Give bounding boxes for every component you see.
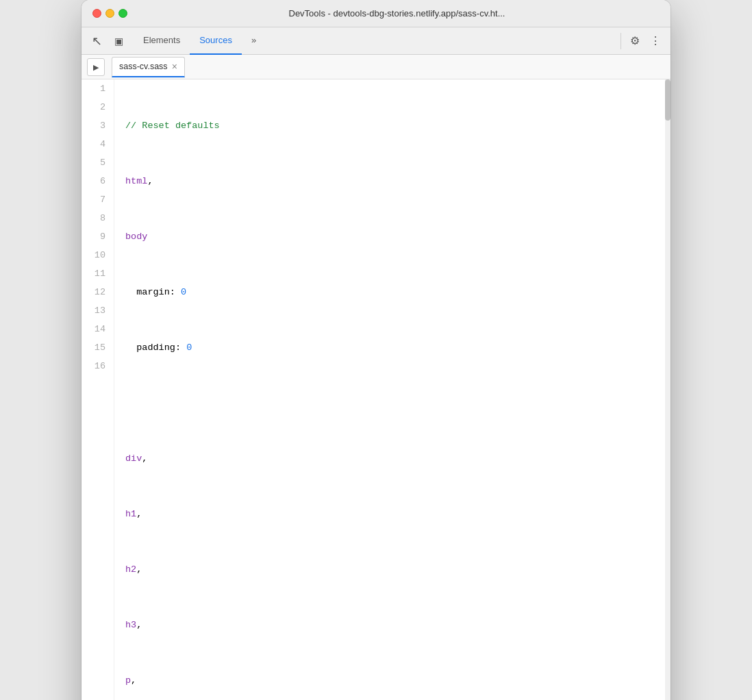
- tabbar-right-icons: [618, 32, 665, 51]
- line-num-14: 14: [90, 320, 105, 338]
- play-icon: [93, 62, 99, 72]
- file-tab-close-button[interactable]: ×: [172, 62, 177, 71]
- line-num-10: 10: [90, 246, 105, 264]
- editor-area: 1 2 3 4 5 6 7 8 9 10 11 12 13 14 15 16 /…: [82, 79, 670, 700]
- cursor-icon-button[interactable]: [87, 32, 106, 51]
- more-button[interactable]: [646, 32, 665, 51]
- code-line-7: div,: [125, 449, 660, 468]
- code-editor[interactable]: // Reset defaults html, body margin: 0 p…: [114, 79, 670, 700]
- tab-sources[interactable]: Sources: [190, 27, 242, 55]
- line-numbers: 1 2 3 4 5 6 7 8 9 10 11 12 13 14 15 16: [82, 79, 114, 700]
- line-num-6: 6: [90, 172, 105, 190]
- line-num-12: 12: [90, 283, 105, 301]
- file-tabbar: sass-cv.sass ×: [82, 55, 670, 79]
- traffic-lights: [92, 9, 127, 18]
- code-line-3: body: [125, 227, 660, 246]
- scrollbar-track: [665, 79, 670, 700]
- code-line-8: h1,: [125, 505, 660, 523]
- line-num-11: 11: [90, 264, 105, 283]
- code-line-9: h2,: [125, 560, 660, 579]
- line-num-5: 5: [90, 153, 105, 172]
- line-num-2: 2: [90, 98, 105, 116]
- line-num-4: 4: [90, 135, 105, 153]
- line-num-13: 13: [90, 301, 105, 320]
- main-tabbar: Elements Sources »: [82, 27, 670, 55]
- minimize-button[interactable]: [105, 9, 114, 18]
- separator: [621, 33, 621, 49]
- devtools-window: DevTools - devtools-dbg-stories.netlify.…: [82, 0, 670, 700]
- code-line-11: p,: [125, 671, 660, 690]
- code-line-2: html,: [125, 172, 660, 190]
- line-num-15: 15: [90, 338, 105, 357]
- sidebar-toggle-button[interactable]: [87, 58, 105, 76]
- line-num-16: 16: [90, 357, 105, 375]
- line-num-7: 7: [90, 190, 105, 209]
- line-num-3: 3: [90, 116, 105, 135]
- code-line-6: [125, 394, 660, 412]
- maximize-button[interactable]: [118, 9, 127, 18]
- file-tab-sass-cv[interactable]: sass-cv.sass ×: [112, 57, 185, 77]
- window-title: DevTools - devtools-dbg-stories.netlify.…: [134, 8, 660, 18]
- line-num-8: 8: [90, 209, 105, 227]
- tabbar-left-icons: [87, 32, 128, 51]
- close-button[interactable]: [92, 9, 101, 18]
- panel-icon-button[interactable]: [109, 32, 128, 51]
- code-line-10: h3,: [125, 616, 660, 634]
- line-num-1: 1: [90, 79, 105, 98]
- file-tab-name: sass-cv.sass: [119, 62, 168, 71]
- code-line-1: // Reset defaults: [125, 116, 660, 135]
- settings-button[interactable]: [625, 32, 644, 51]
- titlebar: DevTools - devtools-dbg-stories.netlify.…: [82, 0, 670, 27]
- tab-elements[interactable]: Elements: [134, 27, 190, 55]
- code-line-4: margin: 0: [125, 283, 660, 301]
- tab-more[interactable]: »: [242, 27, 266, 55]
- line-num-9: 9: [90, 227, 105, 246]
- scrollbar-thumb[interactable]: [665, 79, 670, 121]
- code-line-5: padding: 0: [125, 338, 660, 357]
